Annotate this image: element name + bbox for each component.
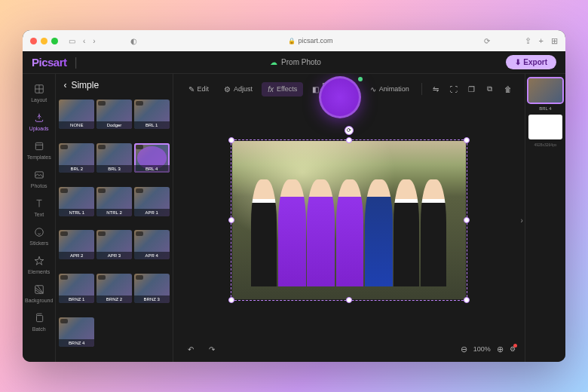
- layers-icon: ❐: [468, 85, 475, 93]
- filter-thumb-apr-3[interactable]: APR 3: [96, 230, 132, 259]
- redo-icon: ↷: [209, 345, 215, 354]
- settings-button[interactable]: ⚙: [510, 345, 516, 353]
- sidebar-item-layout[interactable]: Layout: [23, 78, 55, 107]
- minimize-window-icon[interactable]: [41, 38, 47, 44]
- share-icon[interactable]: ⇪: [525, 36, 531, 46]
- canvas-area: ✎ Edit ⚙ Adjust fx Effects ◧ Remove BG: [173, 74, 525, 362]
- traffic-lights: [30, 38, 58, 44]
- remove-bg-icon: ◧: [312, 85, 319, 93]
- filter-label: BRNZ 4: [59, 339, 94, 347]
- filter-thumb-brl-3[interactable]: BRL 3: [96, 143, 132, 173]
- filter-thumb-brl-2[interactable]: BRL 2: [59, 143, 94, 173]
- filter-thumb-ntrl-2[interactable]: NTRL 2: [96, 187, 132, 216]
- filter-grid: NONEDodgerBRL 1BRL 2BRL 3BRL 4NTRL 1NTRL…: [56, 96, 172, 362]
- edit-button[interactable]: ✎ Edit: [182, 82, 216, 96]
- refresh-icon[interactable]: ⟳: [484, 37, 490, 45]
- filter-thumb-apr-1[interactable]: APR 1: [134, 187, 170, 216]
- sidebar-item-templates[interactable]: Templates: [23, 136, 55, 164]
- filter-label: NTRL 2: [96, 209, 132, 216]
- filter-thumb-brl-4[interactable]: BRL 4: [134, 143, 170, 173]
- slider-badge-icon: [136, 145, 143, 149]
- sidebar-item-uploads[interactable]: Uploads: [23, 107, 55, 136]
- slider-badge-icon: [136, 188, 143, 193]
- upload-icon: [33, 112, 45, 124]
- separator: [421, 83, 422, 95]
- undo-button[interactable]: ↶: [182, 341, 199, 357]
- svg-rect-1: [35, 142, 42, 149]
- delete-button[interactable]: 🗑: [501, 81, 516, 97]
- templates-icon: [33, 140, 45, 152]
- filter-thumb-brl-1[interactable]: BRL 1: [134, 100, 170, 129]
- crop-button[interactable]: ⛶: [446, 81, 461, 97]
- slider-badge-icon: [98, 231, 106, 236]
- layer-thumb-background[interactable]: [528, 115, 562, 139]
- sidebar-item-background[interactable]: Background: [23, 279, 55, 308]
- export-button[interactable]: ⬇ Export: [506, 55, 556, 69]
- sidebar-item-photos[interactable]: Photos: [23, 164, 55, 193]
- filter-thumb-brnz-4[interactable]: BRNZ 4: [59, 317, 94, 347]
- slider-badge-icon: [98, 188, 106, 193]
- effects-icon: fx: [268, 85, 274, 93]
- close-window-icon[interactable]: [30, 38, 37, 44]
- filter-thumb-none[interactable]: NONE: [59, 100, 94, 129]
- redo-button[interactable]: ↷: [204, 341, 220, 357]
- crop-icon: ⛶: [450, 85, 458, 93]
- batch-icon: [33, 312, 45, 324]
- back-arrow-icon[interactable]: ‹: [63, 80, 66, 90]
- adjust-button[interactable]: ⚙ Adjust: [218, 82, 259, 96]
- canvas[interactable]: ⟳ ›: [173, 104, 525, 336]
- filter-panel: ‹ Simple NONEDodgerBRL 1BRL 2BRL 3BRL 4N…: [56, 74, 173, 362]
- filter-label: APR 2: [59, 252, 94, 259]
- zoom-out-button[interactable]: ⊖: [461, 345, 467, 354]
- filter-label: BRNZ 2: [96, 296, 132, 303]
- duplicate-button[interactable]: ⧉: [482, 81, 498, 97]
- filter-thumb-brnz-2[interactable]: BRNZ 2: [96, 274, 132, 303]
- address-bar[interactable]: 🔒 picsart.com: [142, 37, 479, 44]
- filter-thumb-apr-4[interactable]: APR 4: [134, 230, 170, 259]
- layer-thumb-active[interactable]: [528, 78, 562, 103]
- sidebar-item-stickers[interactable]: Stickers: [23, 222, 55, 250]
- slider-badge-icon: [60, 319, 68, 323]
- filter-label: BRNZ 1: [59, 296, 94, 303]
- selected-image[interactable]: ⟳: [232, 141, 466, 299]
- canvas-dimensions: 4928x3264px: [528, 142, 562, 147]
- browser-chrome: ▭ ‹ › ◐ 🔒 picsart.com ⟳ ⇪ + ⊞: [23, 30, 565, 51]
- background-icon: [33, 283, 45, 296]
- sidebar-toggle-icon[interactable]: ▭: [69, 37, 75, 45]
- filter-thumb-brnz-3[interactable]: BRNZ 3: [134, 274, 170, 303]
- sidebar-item-text[interactable]: Text: [23, 193, 55, 222]
- maximize-window-icon[interactable]: [51, 38, 58, 44]
- layers-button[interactable]: ❐: [464, 81, 479, 97]
- svg-rect-5: [36, 316, 42, 322]
- sidebar-item-elements[interactable]: Elements: [23, 250, 55, 279]
- slider-badge-icon: [60, 145, 68, 149]
- tabs-icon[interactable]: ⊞: [551, 36, 558, 46]
- filter-label: BRL 4: [134, 165, 170, 173]
- document-title[interactable]: Prom Photo: [281, 58, 321, 66]
- canvas-toolbar: ✎ Edit ⚙ Adjust fx Effects ◧ Remove BG: [173, 74, 525, 104]
- filter-thumb-brnz-1[interactable]: BRNZ 1: [59, 274, 94, 303]
- bottom-bar: ↶ ↷ ⊖ 100% ⊕ ⚙: [173, 336, 525, 362]
- filter-thumb-ntrl-1[interactable]: NTRL 1: [59, 187, 94, 216]
- animation-button[interactable]: ∿ Animation: [364, 82, 415, 96]
- new-badge: [358, 77, 363, 81]
- logo[interactable]: Picsart: [32, 56, 67, 69]
- zoom-level[interactable]: 100%: [473, 345, 491, 353]
- filter-thumb-dodger[interactable]: Dodger: [96, 100, 132, 129]
- notification-dot: [513, 344, 517, 348]
- filter-thumb-apr-2[interactable]: APR 2: [59, 230, 94, 259]
- effects-button[interactable]: fx Effects: [262, 82, 303, 96]
- url-text: picsart.com: [299, 37, 333, 44]
- expand-panel-icon[interactable]: ›: [520, 216, 522, 225]
- back-icon[interactable]: ‹: [83, 37, 85, 45]
- duplicate-icon: ⧉: [487, 84, 492, 93]
- new-tab-icon[interactable]: +: [539, 36, 544, 46]
- forward-icon[interactable]: ›: [93, 37, 95, 45]
- adjust-icon: ⚙: [224, 85, 231, 93]
- sidebar-item-batch[interactable]: Batch: [23, 308, 55, 336]
- zoom-in-button[interactable]: ⊕: [497, 345, 504, 354]
- layer-label: BRL 4: [528, 106, 562, 112]
- flip-button[interactable]: ⇋: [428, 81, 443, 97]
- rotate-handle[interactable]: ⟳: [345, 126, 354, 135]
- shield-icon[interactable]: ◐: [130, 37, 137, 45]
